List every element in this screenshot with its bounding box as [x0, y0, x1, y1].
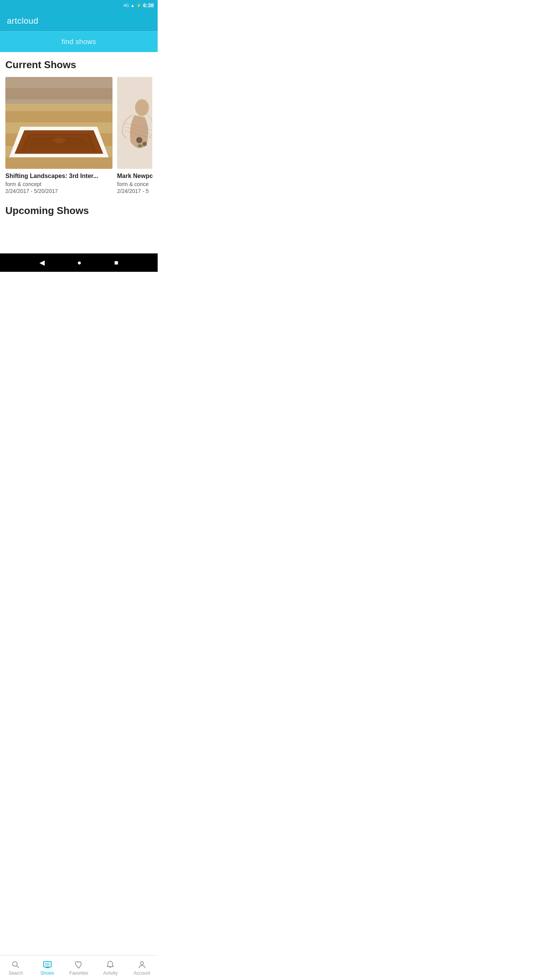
back-button[interactable]: ◀ — [39, 258, 45, 267]
show-image-2 — [117, 77, 152, 169]
svg-point-30 — [138, 144, 142, 147]
show-1-title: Shifting Landscapes: 3rd Inter... — [5, 173, 112, 180]
current-shows-row: Shifting Landscapes: 3rd Inter... form &… — [5, 77, 152, 194]
current-shows-title: Current Shows — [5, 59, 152, 71]
status-bar: 4G ▲ ⚡ 6:38 — [0, 0, 158, 11]
status-icons: 4G ▲ ⚡ 6:38 — [123, 2, 154, 8]
signal-bars-icon: ▲ — [130, 3, 135, 8]
svg-point-29 — [142, 142, 147, 146]
signal-icon: 4G — [123, 3, 129, 8]
svg-point-28 — [136, 137, 142, 143]
svg-point-24 — [135, 99, 149, 116]
show-2-dates: 2/24/2017 - 5 — [117, 188, 152, 194]
show-card-2[interactable]: Mark Newpo form & conce 2/24/2017 - 5 — [117, 77, 152, 194]
show-1-venue: form & concept — [5, 181, 112, 187]
svg-rect-4 — [5, 111, 112, 122]
find-shows-bar[interactable]: find shows — [0, 31, 158, 52]
app-header: artcloud — [0, 11, 158, 31]
time-display: 6:38 — [143, 2, 154, 8]
find-shows-label[interactable]: find shows — [62, 38, 96, 46]
show-2-venue: form & conce — [117, 181, 152, 187]
show-1-dates: 2/24/2017 - 5/20/2017 — [5, 188, 112, 194]
show-image-1 — [5, 77, 112, 169]
app-title: artcloud — [7, 16, 151, 26]
show-2-title: Mark Newpo — [117, 173, 152, 180]
svg-rect-21 — [5, 77, 112, 104]
upcoming-shows-title: Upcoming Shows — [5, 205, 152, 217]
recent-button[interactable]: ■ — [114, 259, 118, 267]
android-nav-bar: ◀ ● ■ — [0, 253, 158, 272]
show-card-1[interactable]: Shifting Landscapes: 3rd Inter... form &… — [5, 77, 112, 194]
svg-rect-8 — [5, 157, 112, 169]
main-content: Current Shows — [0, 52, 158, 253]
battery-icon: ⚡ — [136, 3, 142, 8]
home-button[interactable]: ● — [77, 259, 82, 267]
